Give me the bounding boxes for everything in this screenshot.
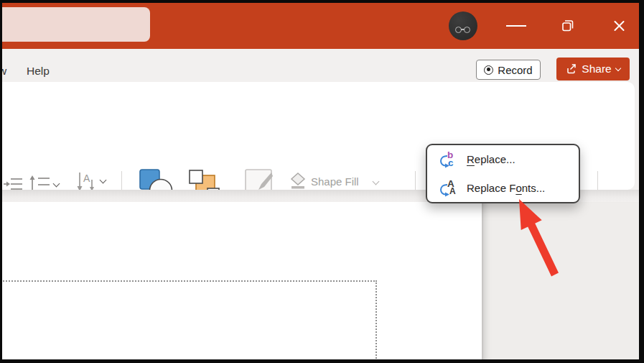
title-bar <box>2 3 639 49</box>
share-label: Share <box>582 63 611 75</box>
menu-item-label: Replace Fonts... <box>467 182 545 194</box>
chevron-down-icon[interactable] <box>53 180 60 188</box>
menu-item-label: Replace... <box>467 153 515 165</box>
shape-fill-icon[interactable] <box>289 173 307 189</box>
annotation-arrow-icon <box>505 193 577 283</box>
replace-fonts-icon: A A <box>440 181 457 198</box>
chevron-down-icon[interactable] <box>100 177 107 184</box>
svg-text:A: A <box>83 173 90 184</box>
restore-icon <box>554 12 582 40</box>
minimize-icon <box>506 25 526 27</box>
record-icon <box>484 65 493 75</box>
tab-view-partial[interactable]: w <box>2 65 6 78</box>
ribbon-tab-row: w Help Record Share <box>2 49 639 82</box>
app-window: w Help Record Share <box>0 0 644 363</box>
chevron-down-icon[interactable] <box>373 178 380 185</box>
glasses-icon <box>461 29 465 30</box>
tab-help[interactable]: Help <box>27 65 50 78</box>
glasses-icon <box>464 27 470 33</box>
glasses-icon <box>455 27 462 33</box>
chevron-down-icon <box>615 65 620 70</box>
share-button[interactable]: Share <box>556 58 630 81</box>
record-button[interactable]: Record <box>476 60 541 80</box>
restore-button[interactable] <box>554 12 582 40</box>
share-icon <box>566 63 577 75</box>
content-placeholder[interactable] <box>2 280 377 359</box>
shape-fill-button[interactable]: Shape Fill <box>311 175 359 188</box>
menu-item-replace[interactable]: b c Replace... <box>427 147 579 175</box>
close-button[interactable] <box>605 12 633 40</box>
minimize-button[interactable] <box>502 12 531 40</box>
record-label: Record <box>498 64 532 76</box>
search-input[interactable] <box>2 7 150 42</box>
replace-icon: b c <box>440 152 457 170</box>
slide-canvas[interactable] <box>2 202 482 359</box>
account-avatar[interactable] <box>449 12 477 40</box>
